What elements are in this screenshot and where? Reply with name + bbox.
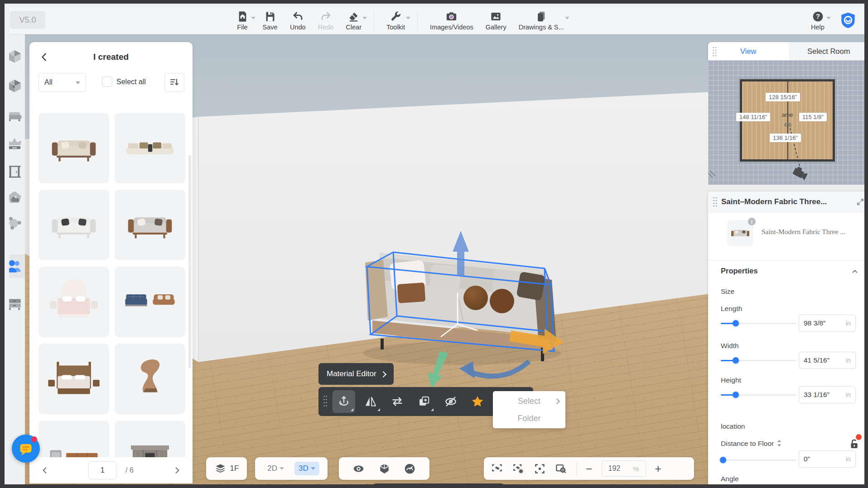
- menu-item-folder[interactable]: Folder: [493, 410, 565, 427]
- screenshot-frame: V5.0 FileSaveUndoRedoClearToolkitImages/…: [0, 0, 868, 488]
- library-item-2[interactable]: [115, 113, 185, 183]
- menu-item-select[interactable]: Select: [493, 392, 565, 410]
- caret-down-icon: [251, 17, 256, 19]
- page-prev-icon[interactable]: [40, 466, 49, 475]
- tab-select-room[interactable]: Select Room: [789, 42, 865, 60]
- height-slider[interactable]: [721, 392, 796, 398]
- tool-favorite-button[interactable]: [466, 390, 489, 413]
- toolbar-save-button[interactable]: Save: [262, 10, 278, 31]
- sort-button[interactable]: [164, 73, 184, 92]
- toolbar-help-button[interactable]: ?Help: [810, 10, 825, 31]
- library-item-10[interactable]: [115, 421, 185, 459]
- screenshot-area-icon[interactable]: [491, 463, 503, 475]
- tool-mirror-button[interactable]: [359, 390, 382, 413]
- properties-panel-header[interactable]: Saint–Modern Fabric Three...: [708, 191, 864, 212]
- capture-zoom-tools: − 192 % +: [484, 457, 694, 480]
- chevron-down-icon: [76, 81, 80, 84]
- tool-duplicate-button[interactable]: [413, 390, 435, 413]
- tool-move-button[interactable]: [333, 390, 355, 413]
- divider: [576, 462, 577, 475]
- toolbar-undo-button[interactable]: Undo: [290, 10, 306, 31]
- library-item-8[interactable]: [115, 344, 185, 414]
- dock-people-icon[interactable]: [9, 257, 24, 275]
- library-item-9[interactable]: [39, 421, 109, 459]
- floorplan-minimap[interactable]: ame 43i 128 15/16” 148 11/16” 115 1/8” 1…: [708, 60, 864, 185]
- drag-handle-icon[interactable]: [323, 395, 328, 408]
- distance-to-floor-label: Distance to Floor: [721, 440, 782, 448]
- page-input[interactable]: 1: [88, 461, 116, 479]
- height-input[interactable]: 33 1/16” in: [799, 386, 856, 403]
- support-chat-button[interactable]: [12, 435, 40, 463]
- dock-molecule-icon[interactable]: [9, 214, 24, 232]
- toolbar-clear-button[interactable]: Clear: [346, 10, 362, 31]
- divider: [708, 260, 864, 261]
- section-properties: Properties: [721, 267, 758, 275]
- top-toolbar: V5.0 FileSaveUndoRedoClearToolkitImages/…: [9, 7, 864, 34]
- focus-selection-icon[interactable]: [534, 463, 546, 475]
- info-badge-icon[interactable]: i: [748, 218, 756, 225]
- zoom-region-icon[interactable]: [555, 463, 567, 475]
- floor-selector[interactable]: 1F: [206, 457, 247, 480]
- collapse-section-icon[interactable]: [852, 268, 858, 275]
- width-slider[interactable]: [721, 357, 796, 364]
- length-slider[interactable]: [721, 320, 796, 326]
- eye-icon[interactable]: [352, 463, 365, 475]
- camera-icon[interactable]: [792, 166, 809, 181]
- drag-handle-icon[interactable]: [713, 196, 718, 207]
- distance-input[interactable]: 0” in: [799, 450, 856, 468]
- back-chevron-icon[interactable]: [39, 52, 49, 62]
- dock-cube2-icon[interactable]: [9, 77, 24, 96]
- version-badge: V5.0: [10, 11, 45, 29]
- render-settings-icon[interactable]: [512, 463, 525, 475]
- swap-vertical-icon[interactable]: [776, 440, 782, 446]
- dock-cube-icon[interactable]: [9, 48, 24, 66]
- tab-view[interactable]: View: [708, 42, 789, 60]
- category-dropdown[interactable]: All: [39, 73, 86, 92]
- select-all-control[interactable]: Select all: [102, 77, 146, 87]
- alert-dot: [856, 434, 862, 440]
- room-area-fragment: 43i: [784, 122, 791, 128]
- library-item-4[interactable]: [115, 190, 185, 260]
- dock-mountain-icon[interactable]: [9, 188, 24, 206]
- dock-crown-icon[interactable]: [9, 134, 24, 152]
- library-filter-row: All Select all: [29, 72, 193, 96]
- brand-shield-logo[interactable]: [839, 11, 857, 29]
- distance-slider[interactable]: [721, 457, 796, 463]
- library-item-3[interactable]: [39, 190, 109, 260]
- library-scrollbar[interactable]: [188, 155, 191, 368]
- lock-icon[interactable]: [849, 439, 859, 450]
- toolbar-images-videos-button[interactable]: Images/Videos: [430, 10, 473, 31]
- library-item-5[interactable]: [39, 267, 109, 337]
- length-input[interactable]: 98 3/8” in: [799, 315, 856, 332]
- zoom-in-button[interactable]: +: [655, 463, 662, 474]
- toolbar-file-button[interactable]: File: [235, 10, 250, 31]
- toolbar-toolkit-button[interactable]: Toolkit: [386, 10, 405, 31]
- tool-swap-button[interactable]: [386, 390, 409, 413]
- performance-gauge-icon[interactable]: [404, 463, 416, 475]
- layers-icon: [214, 463, 227, 475]
- app-window: V5.0 FileSaveUndoRedoClearToolkitImages/…: [5, 4, 864, 484]
- cube-view-icon[interactable]: [378, 463, 391, 475]
- page-next-icon[interactable]: [173, 466, 182, 475]
- zoom-level-input[interactable]: 192 %: [602, 460, 646, 477]
- library-item-7[interactable]: [39, 344, 109, 414]
- dock-sofa-icon[interactable]: [9, 106, 24, 124]
- mode-3d-button[interactable]: 3D: [294, 462, 319, 475]
- select-all-label: Select all: [116, 78, 146, 86]
- drag-handle-icon[interactable]: [712, 46, 717, 57]
- library-item-1[interactable]: [39, 113, 109, 183]
- toolbar-drawings-s-button[interactable]: Drawings & S...: [519, 10, 564, 31]
- library-item-6[interactable]: [115, 267, 185, 337]
- dock-door-icon[interactable]: [9, 162, 24, 180]
- mode-2d-button[interactable]: 2D: [263, 462, 288, 475]
- select-all-checkbox[interactable]: [102, 77, 112, 87]
- toolbar-gallery-button[interactable]: Gallery: [486, 10, 506, 31]
- zoom-out-button[interactable]: −: [586, 463, 593, 474]
- tool-hide-button[interactable]: [439, 390, 462, 413]
- material-editor-button[interactable]: Material Editor: [318, 363, 394, 385]
- width-input[interactable]: 41 5/16” in: [799, 352, 856, 369]
- dock-drawer-icon[interactable]: [9, 295, 24, 313]
- expand-panel-icon[interactable]: [856, 198, 864, 206]
- item-thumbnail[interactable]: i: [727, 220, 753, 246]
- library-pagination: 1 / 6: [29, 457, 193, 483]
